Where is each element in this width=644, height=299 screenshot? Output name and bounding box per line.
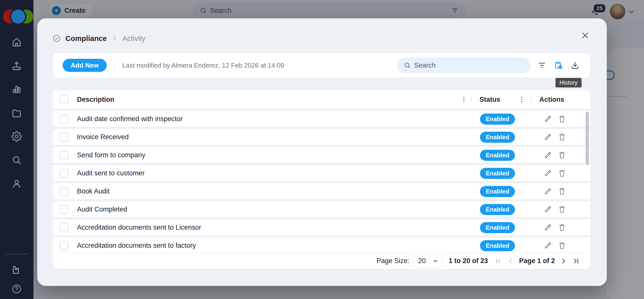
add-new-button[interactable]: Add New	[63, 59, 107, 72]
app-logo[interactable]	[0, 10, 33, 24]
sidebar-item-analytics[interactable]	[11, 84, 22, 95]
pencil-icon	[544, 151, 552, 159]
table-scrollbar[interactable]	[586, 112, 589, 165]
row-description: Invoice Received	[77, 129, 129, 145]
delete-button[interactable]	[557, 223, 567, 232]
trash-icon	[558, 187, 566, 195]
sidebar-item-home[interactable]	[11, 36, 22, 48]
delete-button[interactable]	[557, 187, 567, 196]
table-row: Invoice Received Enabled	[53, 129, 590, 145]
edit-button[interactable]	[543, 169, 552, 178]
sidebar-item-help[interactable]	[11, 283, 22, 295]
next-page-button[interactable]	[559, 257, 568, 265]
download-icon[interactable]	[570, 61, 580, 70]
table-header: Description Status Actions	[53, 90, 590, 109]
delete-button[interactable]	[557, 241, 567, 250]
edit-button[interactable]	[543, 205, 552, 214]
chevron-right-icon	[111, 35, 118, 42]
pencil-icon	[544, 205, 552, 214]
row-description: Audit date confirmed with inspector	[77, 111, 183, 127]
modal-toolbar: Add New Last modified by Almera Enderez,…	[53, 53, 590, 78]
table-row: Audit Completed Enabled	[53, 201, 590, 218]
previous-page-button[interactable]	[506, 257, 514, 265]
breadcrumb-page: Activity	[122, 34, 145, 43]
column-status: Status	[479, 90, 500, 109]
last-page-button[interactable]	[572, 257, 580, 265]
column-divider	[531, 96, 531, 103]
delete-button[interactable]	[557, 205, 567, 214]
select-all-checkbox[interactable]	[60, 95, 69, 104]
edit-button[interactable]	[543, 223, 552, 232]
trash-icon	[558, 169, 566, 177]
sidebar-item-upload[interactable]	[11, 60, 22, 72]
pencil-icon	[544, 241, 552, 250]
row-description: Accreditation documents sent to factory	[77, 237, 196, 253]
last-modified-text: Last modified by Almera Enderez, 12 Feb …	[122, 62, 284, 69]
trash-icon	[558, 151, 566, 159]
delete-button[interactable]	[557, 132, 567, 141]
pencil-icon	[544, 187, 552, 195]
pencil-icon	[544, 223, 552, 232]
table-row: Audit sent to customer Enabled	[53, 165, 590, 181]
breadcrumb: Compliance Activity	[52, 33, 145, 44]
table-row: Audit date confirmed with inspector Enab…	[53, 111, 590, 127]
row-description: Book Audit	[77, 183, 109, 199]
app-root: Create Search 25	[0, 0, 644, 299]
sidebar-item-search[interactable]	[11, 154, 22, 166]
sidebar-item-settings[interactable]	[11, 131, 22, 142]
row-checkbox[interactable]	[60, 151, 69, 160]
edit-button[interactable]	[543, 132, 552, 141]
status-badge: Enabled	[480, 186, 515, 197]
row-checkbox[interactable]	[60, 205, 69, 214]
edit-button[interactable]	[543, 151, 552, 160]
search-icon	[11, 155, 22, 165]
trash-icon	[558, 241, 566, 250]
sidebar-item-production[interactable]	[11, 264, 22, 275]
edit-button[interactable]	[543, 187, 552, 196]
home-icon	[11, 37, 22, 47]
table-row: Accreditation documents sent to factory …	[53, 237, 590, 253]
trash-icon	[558, 223, 566, 232]
analytics-icon	[11, 84, 22, 95]
check-circle-icon	[52, 34, 61, 43]
edit-button[interactable]	[543, 114, 552, 123]
pagination-range: 1 to 20 of 23	[449, 257, 488, 265]
pagination-bar: Page Size: 20 1 to 20 of 23 Page 1 of 2	[53, 253, 590, 269]
history-icon[interactable]	[554, 61, 563, 70]
activity-table: Description Status Actions Audit date co…	[53, 90, 590, 269]
status-badge: Enabled	[480, 132, 515, 143]
row-checkbox[interactable]	[60, 241, 69, 250]
row-description: Send form to company	[77, 147, 145, 163]
delete-button[interactable]	[557, 169, 567, 178]
close-button[interactable]	[580, 30, 591, 41]
compliance-activity-modal: Compliance Activity Add New Last modifie…	[37, 18, 607, 286]
sidebar-item-users[interactable]	[11, 178, 22, 189]
page-info: Page 1 of 2	[519, 257, 555, 265]
help-icon	[11, 284, 22, 294]
upload-icon	[11, 61, 22, 71]
table-search-input[interactable]: Search	[397, 58, 531, 73]
pencil-icon	[544, 133, 552, 141]
row-checkbox[interactable]	[60, 187, 69, 196]
row-checkbox[interactable]	[60, 115, 69, 124]
row-description: Accreditation documents sent to Licensor	[77, 219, 201, 235]
filter-icon[interactable]	[537, 61, 547, 70]
row-checkbox[interactable]	[60, 169, 69, 178]
status-badge: Enabled	[480, 222, 515, 233]
kebab-menu-icon[interactable]	[460, 95, 468, 104]
edit-button[interactable]	[543, 241, 552, 250]
status-badge: Enabled	[480, 204, 515, 215]
sidebar-item-documents[interactable]	[11, 107, 22, 119]
row-checkbox[interactable]	[60, 133, 69, 142]
breadcrumb-section[interactable]: Compliance	[65, 34, 107, 43]
delete-button[interactable]	[557, 114, 567, 123]
kebab-menu-icon[interactable]	[518, 95, 526, 104]
production-icon	[11, 264, 22, 275]
delete-button[interactable]	[557, 151, 567, 160]
sidebar	[0, 0, 33, 299]
row-checkbox[interactable]	[60, 223, 69, 232]
status-badge: Enabled	[480, 114, 515, 125]
first-page-button[interactable]	[494, 257, 502, 265]
page-size-select[interactable]: 20	[413, 255, 442, 267]
settings-icon	[11, 131, 22, 142]
